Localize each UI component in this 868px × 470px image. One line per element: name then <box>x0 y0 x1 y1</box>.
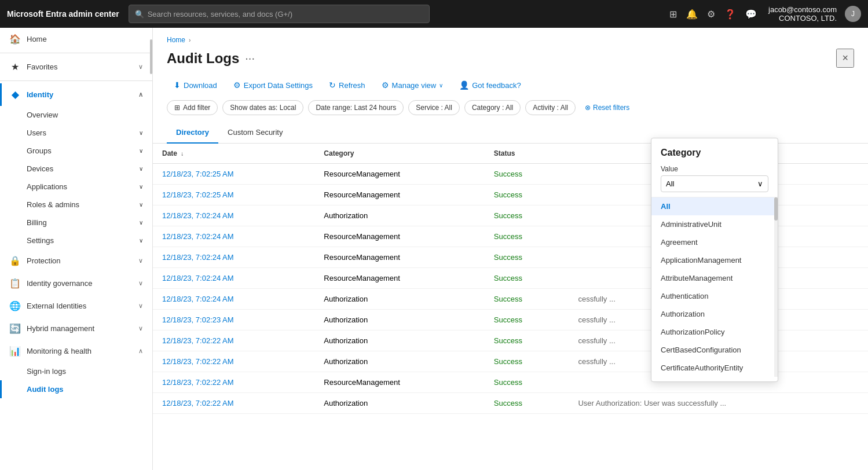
reset-filters-button[interactable]: ⊗ Reset filters <box>580 101 634 115</box>
status-cell: Success <box>485 372 569 393</box>
dropdown-list-item[interactable]: CertificateAuthorityEntity <box>651 359 778 377</box>
help-icon[interactable]: ❓ <box>722 6 738 22</box>
settings-icon[interactable]: ⚙ <box>705 6 717 22</box>
app-title: Microsoft Entra admin center <box>7 9 119 19</box>
sidebar-item-users[interactable]: Users ∨ <box>0 124 152 142</box>
breadcrumb: Home › <box>153 28 868 44</box>
date-cell[interactable]: 12/18/23, 7:02:24 AM <box>153 289 314 310</box>
category-cell: ResourceManagement <box>314 185 485 205</box>
add-filter-button[interactable]: ⊞ Add filter <box>167 100 218 115</box>
top-bar-icons: ⊞ 🔔 ⚙ ❓ 💬 jacob@contoso.com CONTOSO, LTD… <box>667 5 861 23</box>
dropdown-list-item[interactable]: ApplicationManagement <box>651 251 778 269</box>
category-cell: Authorization <box>314 331 485 351</box>
chevron-down-icon: ∨ <box>138 280 143 287</box>
date-cell[interactable]: 12/18/23, 7:02:23 AM <box>153 310 314 331</box>
tab-directory[interactable]: Directory <box>167 122 218 144</box>
sidebar-item-favorites[interactable]: ★ Favorites ∨ <box>0 56 152 78</box>
table-row[interactable]: 12/18/23, 7:02:22 AM Authorization Succe… <box>153 393 868 414</box>
star-icon: ★ <box>9 61 21 72</box>
chat-icon[interactable]: 💬 <box>743 6 759 22</box>
category-cell: ResourceManagement <box>314 372 485 393</box>
show-dates-filter[interactable]: Show dates as: Local <box>222 100 303 115</box>
date-cell[interactable]: 12/18/23, 7:02:22 AM <box>153 331 314 351</box>
category-cell: Authorization <box>314 310 485 331</box>
category-cell: Authorization <box>314 351 485 372</box>
sidebar-item-groups[interactable]: Groups ∨ <box>0 142 152 160</box>
monitoring-icon: 📊 <box>9 346 21 357</box>
sidebar-item-roles[interactable]: Roles & admins ∨ <box>0 196 152 214</box>
dropdown-list-item[interactable]: AdministrativeUnit <box>651 215 778 233</box>
sidebar-item-monitoring[interactable]: 📊 Monitoring & health ∧ <box>0 340 152 362</box>
chevron-down-icon: ∨ <box>139 130 143 136</box>
top-bar: Microsoft Entra admin center 🔍 ⊞ 🔔 ⚙ ❓ 💬… <box>0 0 868 28</box>
dropdown-list-item[interactable]: AuthorizationPolicy <box>651 323 778 341</box>
chevron-down-icon: ∨ <box>139 219 143 226</box>
close-button[interactable]: × <box>836 49 854 68</box>
date-cell[interactable]: 12/18/23, 7:02:22 AM <box>153 351 314 372</box>
page-title: Audit Logs <box>167 50 239 67</box>
sidebar-item-home[interactable]: 🏠 Home <box>0 28 152 50</box>
date-cell[interactable]: 12/18/23, 7:02:24 AM <box>153 226 314 247</box>
sidebar-item-external-identities[interactable]: 🌐 External Identities ∨ <box>0 295 152 317</box>
col-date[interactable]: Date ↓ <box>153 144 314 164</box>
content-area: Home › Audit Logs ··· × ⬇ Download ⚙ Exp… <box>153 28 868 470</box>
dropdown-list-item[interactable]: Authentication <box>651 287 778 305</box>
detail-cell: User Authorization: User was successfull… <box>569 393 868 414</box>
bell-icon[interactable]: 🔔 <box>684 6 700 22</box>
breadcrumb-home[interactable]: Home <box>167 36 185 44</box>
governance-icon: 📋 <box>9 278 21 289</box>
sidebar-item-overview[interactable]: Overview <box>0 106 152 124</box>
more-options-button[interactable]: ··· <box>245 52 255 65</box>
search-container[interactable]: 🔍 <box>129 5 430 23</box>
date-cell[interactable]: 12/18/23, 7:02:24 AM <box>153 247 314 268</box>
chevron-down-icon: ∨ <box>138 302 143 310</box>
date-cell[interactable]: 12/18/23, 7:02:24 AM <box>153 268 314 289</box>
col-status[interactable]: Status <box>485 144 569 164</box>
status-cell: Success <box>485 268 569 289</box>
breadcrumb-separator: › <box>189 37 191 43</box>
status-cell: Success <box>485 351 569 372</box>
sidebar-item-settings[interactable]: Settings ∨ <box>0 232 152 249</box>
sidebar-item-applications[interactable]: Applications ∨ <box>0 178 152 196</box>
feedback-button[interactable]: 👤 Got feedback? <box>452 77 528 93</box>
sidebar-item-signin-logs[interactable]: Sign-in logs <box>0 362 152 380</box>
col-category[interactable]: Category <box>314 144 485 164</box>
date-cell[interactable]: 12/18/23, 7:02:25 AM <box>153 164 314 185</box>
user-info: jacob@contoso.com CONTOSO, LTD. <box>768 5 837 23</box>
toolbar: ⬇ Download ⚙ Export Data Settings ↻ Refr… <box>153 77 868 100</box>
sidebar-item-identity-governance[interactable]: 📋 Identity governance ∨ <box>0 272 152 295</box>
sidebar-item-billing[interactable]: Billing ∨ <box>0 214 152 232</box>
export-icon: ⚙ <box>233 80 241 90</box>
tab-custom-security[interactable]: Custom Security <box>218 122 292 144</box>
protection-icon: 🔒 <box>9 255 21 266</box>
date-cell[interactable]: 12/18/23, 7:02:22 AM <box>153 393 314 414</box>
dropdown-list-item[interactable]: Agreement <box>651 233 778 251</box>
portal-icon[interactable]: ⊞ <box>667 6 679 22</box>
avatar[interactable]: J <box>845 6 861 22</box>
refresh-button[interactable]: ↻ Refresh <box>322 77 372 93</box>
dropdown-list-item[interactable]: All <box>651 197 778 215</box>
dropdown-list-item[interactable]: AttributeManagement <box>651 269 778 287</box>
manage-view-button[interactable]: ⚙ Manage view ∨ <box>375 77 451 93</box>
date-cell[interactable]: 12/18/23, 7:02:22 AM <box>153 372 314 393</box>
category-filter[interactable]: Category : All <box>464 100 521 115</box>
dropdown-select[interactable]: All ∨ <box>661 175 768 192</box>
dropdown-list-item[interactable]: CertBasedConfiguration <box>651 341 778 359</box>
sidebar-item-devices[interactable]: Devices ∨ <box>0 160 152 178</box>
sidebar-item-audit-logs[interactable]: Audit logs <box>0 380 152 398</box>
service-filter[interactable]: Service : All <box>408 100 460 115</box>
search-input[interactable] <box>148 10 423 19</box>
sidebar-item-hybrid-management[interactable]: 🔄 Hybrid management ∨ <box>0 317 152 340</box>
download-button[interactable]: ⬇ Download <box>167 77 224 93</box>
dropdown-list-item[interactable]: Authorization <box>651 305 778 323</box>
activity-filter[interactable]: Activity : All <box>525 100 576 115</box>
sidebar-divider-1 <box>0 53 152 53</box>
date-cell[interactable]: 12/18/23, 7:02:25 AM <box>153 185 314 205</box>
sort-arrow-icon: ↓ <box>181 150 184 157</box>
sidebar-item-protection[interactable]: 🔒 Protection ∨ <box>0 249 152 272</box>
export-data-settings-button[interactable]: ⚙ Export Data Settings <box>226 77 320 93</box>
sidebar-item-identity[interactable]: ◆ Identity ∧ <box>0 83 152 106</box>
date-range-filter[interactable]: Date range: Last 24 hours <box>308 100 404 115</box>
user-name: jacob@contoso.com <box>768 5 837 14</box>
date-cell[interactable]: 12/18/23, 7:02:24 AM <box>153 205 314 226</box>
